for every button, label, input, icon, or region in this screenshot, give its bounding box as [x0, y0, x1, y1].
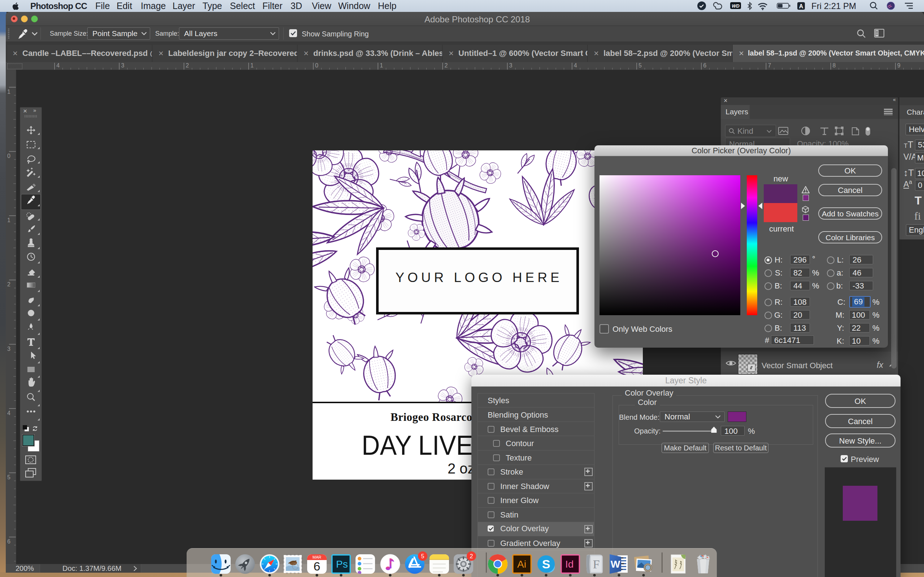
svg-text:MAR: MAR	[313, 555, 321, 559]
svg-text:5: 5	[638, 62, 642, 69]
svg-text:Id: Id	[565, 559, 573, 570]
svg-text:5: 5	[7, 474, 10, 480]
svg-text:8: 8	[833, 62, 836, 69]
svg-text:WD: WD	[732, 3, 740, 9]
svg-text:0: 0	[315, 62, 318, 69]
svg-text:2: 2	[470, 553, 473, 559]
svg-text:7: 7	[768, 62, 771, 69]
svg-text:1: 1	[380, 62, 383, 69]
svg-text:4: 4	[574, 62, 577, 69]
svg-text:9: 9	[897, 62, 901, 69]
svg-text:2: 2	[186, 62, 189, 69]
svg-text:Ps: Ps	[336, 559, 348, 570]
svg-text:S: S	[542, 557, 551, 571]
svg-text:2: 2	[444, 62, 447, 69]
svg-text:W: W	[611, 559, 620, 570]
svg-text:4: 4	[56, 62, 60, 69]
svg-text:4: 4	[7, 410, 10, 416]
svg-text:1: 1	[7, 89, 10, 95]
svg-text:1: 1	[7, 217, 10, 223]
svg-text:3: 3	[121, 62, 124, 69]
svg-text:2: 2	[7, 281, 10, 287]
svg-text:0: 0	[7, 153, 10, 159]
svg-text:F: F	[593, 558, 600, 571]
svg-text:3: 3	[509, 62, 512, 69]
svg-text:1: 1	[250, 62, 254, 69]
svg-text:6: 6	[703, 62, 706, 69]
svg-text:Ai: Ai	[517, 559, 526, 570]
svg-text:A: A	[799, 3, 803, 10]
svg-text:5: 5	[421, 553, 425, 559]
svg-text:6: 6	[7, 538, 10, 545]
svg-text:3: 3	[7, 346, 10, 352]
svg-text:6: 6	[313, 559, 320, 573]
